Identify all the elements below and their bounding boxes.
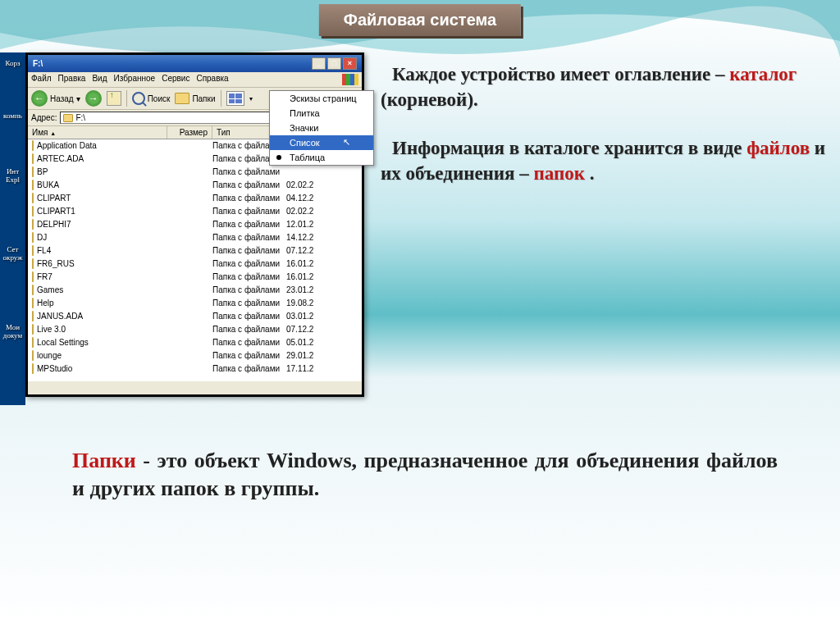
folder-icon bbox=[32, 298, 34, 308]
list-item[interactable]: Local SettingsПапка с файлами05.01.2 bbox=[28, 336, 362, 349]
window-titlebar[interactable]: F:\ _ □ × bbox=[28, 55, 362, 72]
header-name[interactable]: Имя ▲ bbox=[28, 126, 167, 139]
folder-icon bbox=[32, 285, 34, 295]
folder-icon bbox=[32, 311, 34, 321]
list-item[interactable]: GamesПапка с файлами23.01.2 bbox=[28, 284, 362, 297]
folder-icon bbox=[32, 350, 34, 361]
folder-icon bbox=[32, 271, 34, 282]
folders-button[interactable]: Папки bbox=[175, 93, 215, 104]
maximize-button[interactable]: □ bbox=[327, 57, 341, 70]
folder-icon bbox=[32, 180, 34, 190]
back-button[interactable]: ← Назад ▾ bbox=[31, 90, 80, 107]
list-item[interactable]: CLIPART1Папка с файлами02.02.2 bbox=[28, 205, 362, 218]
view-tiles[interactable]: Плитка bbox=[270, 106, 373, 121]
folder-icon bbox=[32, 140, 34, 151]
search-icon bbox=[132, 92, 145, 105]
menu-view[interactable]: Вид bbox=[92, 74, 107, 85]
folder-icon bbox=[32, 232, 34, 243]
list-item[interactable]: JANUS.ADAПапка с файлами03.01.2 bbox=[28, 310, 362, 323]
menu-tools[interactable]: Сервис bbox=[162, 74, 189, 85]
list-item[interactable]: DELPHI7Папка с файлами12.01.2 bbox=[28, 218, 362, 231]
back-arrow-icon: ← bbox=[31, 90, 48, 107]
menu-edit[interactable]: Правка bbox=[58, 74, 86, 85]
view-dropdown-menu: Эскизы страниц Плитка Значки Список↖ Таб… bbox=[269, 90, 374, 166]
menu-file[interactable]: Файл bbox=[31, 74, 52, 85]
minimize-button[interactable]: _ bbox=[312, 57, 326, 70]
cursor-icon: ↖ bbox=[343, 137, 350, 148]
folder-icon bbox=[32, 193, 34, 203]
folder-icon bbox=[32, 324, 34, 335]
desktop-icon-trash[interactable]: Корз bbox=[2, 59, 24, 67]
list-item[interactable]: FR7Папка с файлами16.01.2 bbox=[28, 271, 362, 284]
list-item[interactable]: BUKAПапка с файлами02.02.2 bbox=[28, 179, 362, 192]
menu-help[interactable]: Справка bbox=[196, 74, 228, 85]
window-title: F:\ bbox=[33, 59, 43, 68]
desktop-icon-ie[interactable]: ИнтExpl bbox=[2, 167, 24, 184]
folder-icon bbox=[32, 153, 34, 164]
close-button[interactable]: × bbox=[343, 57, 357, 70]
view-icons[interactable]: Значки bbox=[270, 121, 373, 135]
list-item[interactable]: loungeПапка с файлами29.01.2 bbox=[28, 349, 362, 362]
desktop-icon-docs[interactable]: Моидокум bbox=[2, 323, 24, 340]
up-button[interactable] bbox=[107, 91, 121, 106]
view-table[interactable]: Таблица bbox=[270, 150, 373, 165]
desktop-icon-network[interactable]: Сетокруж bbox=[2, 245, 24, 262]
slide-title: Файловая система bbox=[319, 4, 521, 36]
list-item[interactable]: FL4Папка с файлами07.12.2 bbox=[28, 244, 362, 258]
list-item[interactable]: CLIPARTПапка с файлами04.12.2 bbox=[28, 192, 362, 205]
views-button[interactable] bbox=[226, 91, 244, 106]
folder-icon bbox=[32, 166, 34, 177]
drive-icon bbox=[63, 114, 73, 122]
menu-favorites[interactable]: Избранное bbox=[113, 74, 155, 85]
forward-button[interactable]: → bbox=[85, 90, 102, 107]
list-item[interactable]: BPПапка с файлами bbox=[28, 166, 362, 179]
folder-icon bbox=[175, 93, 189, 104]
list-item[interactable]: MPStudioПапка с файлами17.11.2 bbox=[28, 362, 362, 376]
view-thumbnails[interactable]: Эскизы страниц bbox=[270, 91, 373, 106]
desktop-background: Корз компь ИнтExpl Сетокруж Моидокум bbox=[0, 52, 25, 405]
windows-logo-icon bbox=[342, 74, 358, 85]
folder-icon bbox=[32, 219, 34, 230]
view-list[interactable]: Список↖ bbox=[270, 135, 373, 150]
list-item[interactable]: DJПапка с файлами14.12.2 bbox=[28, 231, 362, 244]
address-label: Адрес: bbox=[31, 113, 57, 122]
body-text-right: Каждое устройство имеет оглавление – кат… bbox=[381, 62, 828, 209]
folder-icon bbox=[32, 258, 34, 269]
desktop-icon-computer[interactable]: компь bbox=[2, 112, 24, 120]
file-list[interactable]: Application DataПапка с файламиARTEC.ADA… bbox=[28, 139, 362, 381]
header-size[interactable]: Размер bbox=[167, 126, 212, 139]
folder-icon bbox=[32, 206, 34, 217]
search-button[interactable]: Поиск bbox=[132, 92, 171, 105]
folder-icon bbox=[32, 337, 34, 348]
list-item[interactable]: Live 3.0Папка с файлами07.12.2 bbox=[28, 323, 362, 336]
list-item[interactable]: HelpПапка с файлами19.08.2 bbox=[28, 297, 362, 310]
folder-icon bbox=[32, 363, 34, 374]
list-item[interactable]: FR6_RUSПапка с файлами16.01.2 bbox=[28, 258, 362, 271]
folder-icon bbox=[32, 245, 34, 256]
menu-bar: Файл Правка Вид Избранное Сервис Справка bbox=[28, 72, 362, 88]
body-text-bottom: Папки - это объект Windows, предназначен… bbox=[72, 447, 778, 503]
